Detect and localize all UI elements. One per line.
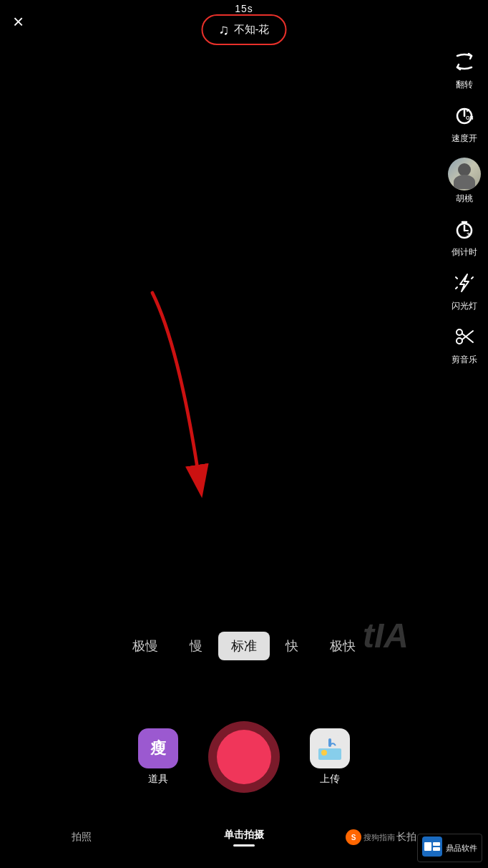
svg-point-7 xyxy=(457,338,462,344)
dingpin-label: 鼎品软件 xyxy=(446,843,477,854)
tools-label: 道具 xyxy=(148,773,168,786)
speed-icon: ON xyxy=(453,104,476,130)
flash-label: 闪光灯 xyxy=(452,300,477,312)
sidebar-item-flip[interactable]: 翻转 xyxy=(453,50,476,91)
tab-photo[interactable]: 拍照 xyxy=(0,824,162,844)
svg-line-5 xyxy=(472,277,473,279)
sogou-watermark: S 搜狗指南 xyxy=(346,829,395,845)
tab-long-shoot-label: 长拍 xyxy=(396,831,416,844)
tools-icon: 瘦 xyxy=(138,728,178,768)
dingpin-badge: 鼎品软件 xyxy=(417,834,482,862)
upload-label: 上传 xyxy=(320,773,340,786)
svg-point-14 xyxy=(321,750,327,756)
tab-active-indicator xyxy=(233,844,255,847)
speed-very-fast[interactable]: 极快 xyxy=(314,632,371,660)
flash-icon xyxy=(453,271,476,298)
flip-icon xyxy=(453,50,476,77)
svg-text:ON: ON xyxy=(466,115,474,120)
svg-rect-17 xyxy=(424,842,431,851)
upload-button[interactable]: 上传 xyxy=(283,728,376,786)
speed-normal[interactable]: 标准 xyxy=(218,632,270,660)
sidebar-item-cut-music[interactable]: 剪音乐 xyxy=(452,325,477,366)
speed-label: 速度开 xyxy=(452,132,477,145)
sidebar-item-speed[interactable]: ON 速度开 xyxy=(452,104,477,145)
record-inner-circle xyxy=(217,730,271,784)
countdown-label: 倒计时 xyxy=(452,246,477,259)
svg-line-6 xyxy=(456,287,457,289)
close-button[interactable]: × xyxy=(13,12,24,31)
record-button[interactable] xyxy=(208,721,280,793)
svg-rect-19 xyxy=(433,847,440,851)
sidebar-item-countdown[interactable]: 3 倒计时 xyxy=(452,218,477,259)
svg-text:3: 3 xyxy=(467,231,470,238)
right-sidebar: 翻转 ON 速度开 胡桃 3 倒计时 xyxy=(448,50,481,379)
sogou-icon: S xyxy=(346,829,361,845)
record-button-wrapper xyxy=(205,718,283,796)
top-bar: 15s × xyxy=(0,0,488,43)
svg-rect-15 xyxy=(328,738,331,747)
arrow-annotation xyxy=(107,279,265,511)
svg-rect-18 xyxy=(433,842,440,846)
speed-fast[interactable]: 快 xyxy=(270,632,314,660)
tab-single-shoot[interactable]: 单击拍摄 xyxy=(162,821,325,847)
dingpin-icon xyxy=(422,836,442,859)
sogou-label: 搜狗指南 xyxy=(363,832,395,843)
sidebar-item-flash[interactable]: 闪光灯 xyxy=(452,271,477,312)
tab-single-shoot-label: 单击拍摄 xyxy=(224,829,264,842)
svg-line-4 xyxy=(456,277,457,279)
bottom-tab-bar: 拍照 单击拍摄 长拍 xyxy=(0,799,488,868)
hutao-label: 胡桃 xyxy=(456,193,473,205)
tab-photo-label: 拍照 xyxy=(72,831,92,844)
svg-point-8 xyxy=(457,329,462,335)
cut-music-label: 剪音乐 xyxy=(452,354,477,366)
timer-label: 15s xyxy=(235,3,253,14)
speed-bar: 极慢 慢 标准 快 极快 xyxy=(0,632,488,660)
scissors-icon xyxy=(453,325,476,352)
flip-label: 翻转 xyxy=(456,79,473,91)
speed-very-slow[interactable]: 极慢 xyxy=(117,632,174,660)
tools-button[interactable]: 瘦 道具 xyxy=(112,728,205,786)
speed-slow[interactable]: 慢 xyxy=(174,632,218,660)
countdown-icon: 3 xyxy=(453,218,476,244)
upload-icon xyxy=(310,728,350,768)
sidebar-item-hutao[interactable]: 胡桃 xyxy=(448,158,481,205)
bottom-controls: 瘦 道具 上传 xyxy=(0,718,488,796)
avatar xyxy=(448,158,481,191)
